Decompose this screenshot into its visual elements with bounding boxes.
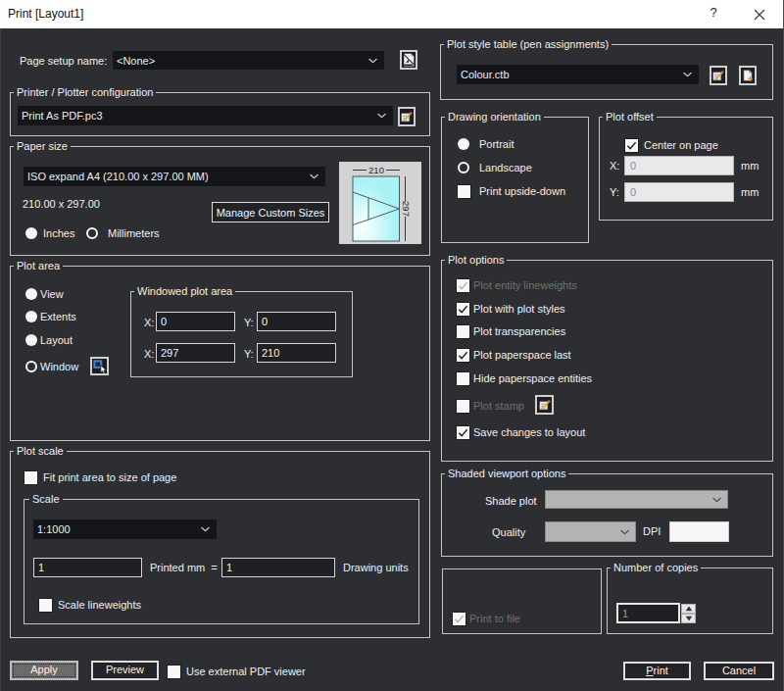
svg-text:297: 297 xyxy=(401,201,412,217)
svg-text:210: 210 xyxy=(368,165,384,175)
